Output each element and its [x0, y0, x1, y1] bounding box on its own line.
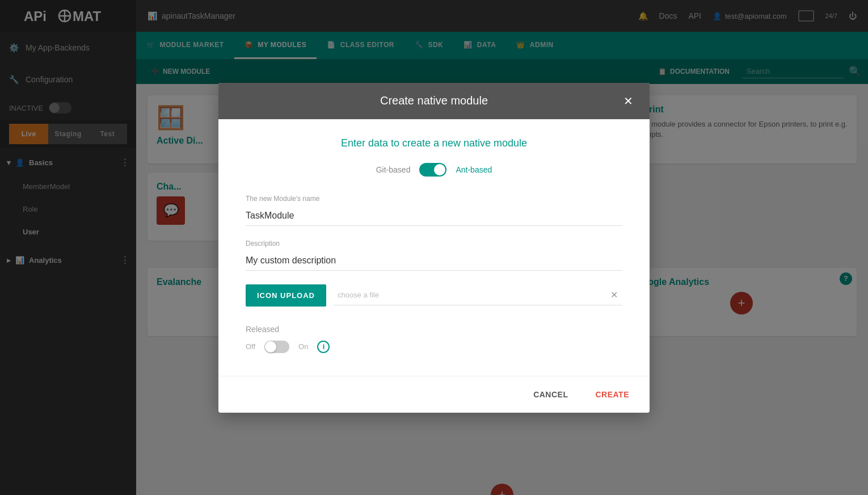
- create-native-module-dialog: Create native module ✕ Enter data to cre…: [218, 83, 650, 413]
- description-label: Description: [246, 240, 622, 247]
- on-label: On: [298, 342, 308, 351]
- module-type-toggle-row: Git-based Ant-based: [246, 163, 622, 177]
- released-info-icon[interactable]: i: [317, 341, 330, 353]
- module-name-label: The new Module's name: [246, 195, 622, 203]
- module-name-input[interactable]: [246, 206, 622, 226]
- released-toggle[interactable]: [264, 341, 289, 353]
- dialog-header: Create native module ✕: [218, 83, 650, 119]
- dialog-close-button[interactable]: ✕: [620, 93, 636, 109]
- cancel-button[interactable]: CANCEL: [526, 385, 575, 404]
- module-name-field: The new Module's name: [246, 195, 622, 226]
- off-label: Off: [246, 342, 255, 351]
- released-toggle-row: Off On i: [246, 341, 622, 353]
- icon-upload-row: ICON UPLOAD choose a file ✕: [246, 284, 622, 307]
- git-label: Git-based: [376, 165, 411, 174]
- file-input-area: choose a file ✕: [333, 285, 622, 305]
- module-type-toggle[interactable]: [419, 163, 446, 177]
- file-clear-button[interactable]: ✕: [610, 290, 618, 300]
- description-field: Description: [246, 240, 622, 271]
- create-button[interactable]: CREATE: [588, 385, 636, 404]
- icon-upload-button[interactable]: ICON UPLOAD: [246, 284, 326, 307]
- released-section: Released Off On i: [246, 325, 622, 353]
- released-toggle-knob: [265, 341, 276, 353]
- dialog-title: Create native module: [248, 94, 620, 107]
- description-input[interactable]: [246, 251, 622, 271]
- dialog-footer: CANCEL CREATE: [218, 376, 650, 413]
- ant-label: Ant-based: [456, 165, 492, 174]
- dialog-subtitle: Enter data to create a new native module: [246, 137, 622, 149]
- choose-file-text: choose a file: [338, 291, 379, 299]
- released-label: Released: [246, 325, 622, 334]
- dialog-overlay: Create native module ✕ Enter data to cre…: [0, 0, 868, 495]
- dialog-body: Enter data to create a new native module…: [218, 119, 650, 376]
- toggle-ant-knob: [434, 164, 445, 175]
